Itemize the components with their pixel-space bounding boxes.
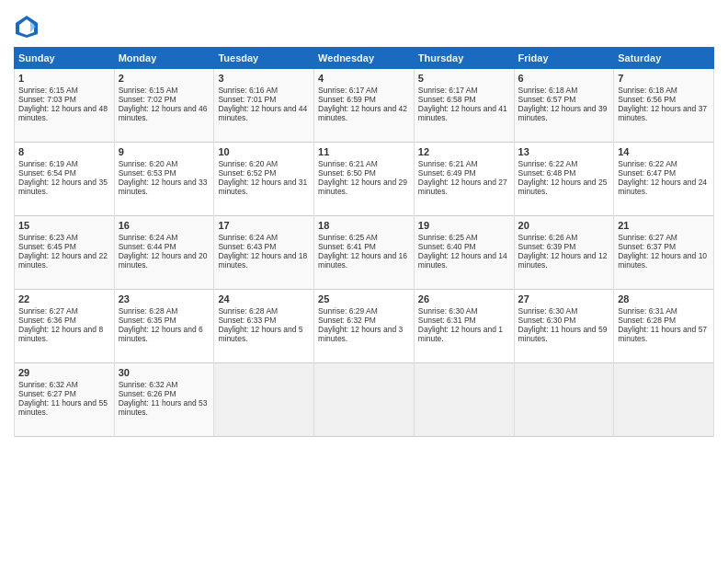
day-number: 4 — [318, 73, 410, 84]
col-header-thursday: Thursday — [414, 48, 514, 69]
day-number: 5 — [418, 73, 510, 84]
cell-2-5: 12Sunrise: 6:21 AMSunset: 6:49 PMDayligh… — [414, 143, 514, 216]
day-number: 29 — [18, 367, 110, 378]
day-number: 7 — [618, 73, 710, 84]
daylight-label: Daylight: 12 hours and 1 minute. — [418, 325, 503, 343]
daylight-label: Daylight: 12 hours and 29 minutes. — [318, 178, 407, 196]
cell-2-2: 9Sunrise: 6:20 AMSunset: 6:53 PMDaylight… — [114, 143, 214, 216]
cell-3-4: 18Sunrise: 6:25 AMSunset: 6:41 PMDayligh… — [314, 216, 415, 290]
cell-1-3: 3Sunrise: 6:16 AMSunset: 7:01 PMDaylight… — [214, 69, 314, 143]
daylight-label: Daylight: 12 hours and 5 minutes. — [218, 325, 302, 343]
daylight-label: Daylight: 12 hours and 44 minutes. — [218, 104, 307, 122]
sunrise-label: Sunrise: 6:22 AM — [618, 159, 677, 168]
day-number: 11 — [318, 146, 410, 157]
sunset-label: Sunset: 6:32 PM — [318, 316, 376, 325]
sunset-label: Sunset: 6:57 PM — [518, 95, 576, 104]
logo-icon — [14, 14, 40, 40]
daylight-label: Daylight: 12 hours and 24 minutes. — [618, 178, 707, 196]
sunrise-label: Sunrise: 6:20 AM — [119, 159, 178, 168]
header — [14, 14, 714, 40]
sunrise-label: Sunrise: 6:15 AM — [119, 86, 178, 95]
day-number: 1 — [18, 73, 110, 84]
daylight-label: Daylight: 12 hours and 35 minutes. — [18, 178, 108, 196]
daylight-label: Daylight: 12 hours and 10 minutes. — [618, 251, 707, 270]
sunset-label: Sunset: 6:56 PM — [618, 95, 676, 104]
sunrise-label: Sunrise: 6:32 AM — [18, 380, 78, 389]
cell-2-1: 8Sunrise: 6:19 AMSunset: 6:54 PMDaylight… — [15, 143, 115, 216]
col-header-monday: Monday — [114, 48, 214, 69]
daylight-label: Daylight: 12 hours and 12 minutes. — [518, 251, 608, 270]
cell-1-4: 4Sunrise: 6:17 AMSunset: 6:59 PMDaylight… — [314, 69, 415, 143]
daylight-label: Daylight: 11 hours and 59 minutes. — [518, 325, 608, 343]
sunrise-label: Sunrise: 6:17 AM — [418, 86, 478, 95]
sunrise-label: Sunrise: 6:29 AM — [318, 306, 378, 316]
cell-5-2: 30Sunrise: 6:32 AMSunset: 6:26 PMDayligh… — [114, 363, 214, 437]
week-row-2: 8Sunrise: 6:19 AMSunset: 6:54 PMDaylight… — [15, 143, 714, 216]
sunset-label: Sunset: 6:47 PM — [618, 168, 676, 178]
day-number: 13 — [518, 146, 610, 157]
daylight-label: Daylight: 12 hours and 22 minutes. — [18, 251, 108, 270]
sunrise-label: Sunrise: 6:15 AM — [18, 86, 78, 95]
sunrise-label: Sunrise: 6:32 AM — [119, 380, 178, 389]
week-row-4: 22Sunrise: 6:27 AMSunset: 6:36 PMDayligh… — [15, 290, 714, 363]
col-header-tuesday: Tuesday — [214, 48, 314, 69]
week-row-1: 1Sunrise: 6:15 AMSunset: 7:03 PMDaylight… — [15, 69, 714, 143]
cell-4-5: 26Sunrise: 6:30 AMSunset: 6:31 PMDayligh… — [414, 290, 514, 363]
sunrise-label: Sunrise: 6:17 AM — [318, 86, 378, 95]
daylight-label: Daylight: 12 hours and 14 minutes. — [418, 251, 507, 270]
cell-4-1: 22Sunrise: 6:27 AMSunset: 6:36 PMDayligh… — [15, 290, 115, 363]
sunset-label: Sunset: 6:50 PM — [318, 168, 376, 178]
day-number: 26 — [418, 293, 510, 304]
col-header-saturday: Saturday — [614, 48, 714, 69]
cell-1-2: 2Sunrise: 6:15 AMSunset: 7:02 PMDaylight… — [114, 69, 214, 143]
day-number: 23 — [119, 293, 210, 304]
day-number: 17 — [218, 220, 310, 231]
day-number: 2 — [119, 73, 210, 84]
sunrise-label: Sunrise: 6:25 AM — [418, 233, 478, 242]
week-row-5: 29Sunrise: 6:32 AMSunset: 6:27 PMDayligh… — [15, 363, 714, 437]
daylight-label: Daylight: 12 hours and 8 minutes. — [18, 325, 103, 343]
sunrise-label: Sunrise: 6:30 AM — [418, 306, 478, 316]
calendar-table: SundayMondayTuesdayWednesdayThursdayFrid… — [14, 47, 714, 437]
sunset-label: Sunset: 6:48 PM — [518, 168, 576, 178]
daylight-label: Daylight: 11 hours and 57 minutes. — [618, 325, 707, 343]
sunset-label: Sunset: 6:44 PM — [119, 242, 176, 251]
sunset-label: Sunset: 6:49 PM — [418, 168, 476, 178]
sunset-label: Sunset: 6:35 PM — [119, 316, 176, 325]
cell-1-1: 1Sunrise: 6:15 AMSunset: 7:03 PMDaylight… — [15, 69, 115, 143]
sunset-label: Sunset: 6:52 PM — [218, 168, 276, 178]
daylight-label: Daylight: 12 hours and 27 minutes. — [418, 178, 507, 196]
sunset-label: Sunset: 7:01 PM — [218, 95, 276, 104]
day-number: 6 — [518, 73, 610, 84]
daylight-label: Daylight: 12 hours and 37 minutes. — [618, 104, 707, 122]
sunset-label: Sunset: 6:28 PM — [618, 316, 676, 325]
sunset-label: Sunset: 6:58 PM — [418, 95, 476, 104]
day-number: 28 — [618, 293, 710, 304]
day-number: 3 — [218, 73, 310, 84]
col-header-sunday: Sunday — [15, 48, 115, 69]
sunset-label: Sunset: 6:26 PM — [119, 389, 176, 398]
day-number: 20 — [518, 220, 610, 231]
daylight-label: Daylight: 12 hours and 31 minutes. — [218, 178, 307, 196]
day-number: 8 — [18, 146, 110, 157]
sunrise-label: Sunrise: 6:21 AM — [418, 159, 478, 168]
sunrise-label: Sunrise: 6:30 AM — [518, 306, 578, 316]
sunrise-label: Sunrise: 6:27 AM — [18, 306, 78, 316]
sunrise-label: Sunrise: 6:16 AM — [218, 86, 278, 95]
day-number: 27 — [518, 293, 610, 304]
day-number: 30 — [119, 367, 210, 378]
sunset-label: Sunset: 6:39 PM — [518, 242, 576, 251]
cell-3-1: 15Sunrise: 6:23 AMSunset: 6:45 PMDayligh… — [15, 216, 115, 290]
sunrise-label: Sunrise: 6:24 AM — [218, 233, 278, 242]
sunrise-label: Sunrise: 6:21 AM — [318, 159, 378, 168]
cell-1-5: 5Sunrise: 6:17 AMSunset: 6:58 PMDaylight… — [414, 69, 514, 143]
cell-1-6: 6Sunrise: 6:18 AMSunset: 6:57 PMDaylight… — [514, 69, 614, 143]
page: SundayMondayTuesdayWednesdayThursdayFrid… — [0, 0, 728, 563]
sunrise-label: Sunrise: 6:25 AM — [318, 233, 378, 242]
sunset-label: Sunset: 6:27 PM — [18, 389, 76, 398]
sunset-label: Sunset: 6:37 PM — [618, 242, 676, 251]
cell-1-7: 7Sunrise: 6:18 AMSunset: 6:56 PMDaylight… — [614, 69, 714, 143]
cell-2-6: 13Sunrise: 6:22 AMSunset: 6:48 PMDayligh… — [514, 143, 614, 216]
sunrise-label: Sunrise: 6:18 AM — [518, 86, 578, 95]
daylight-label: Daylight: 12 hours and 3 minutes. — [318, 325, 403, 343]
